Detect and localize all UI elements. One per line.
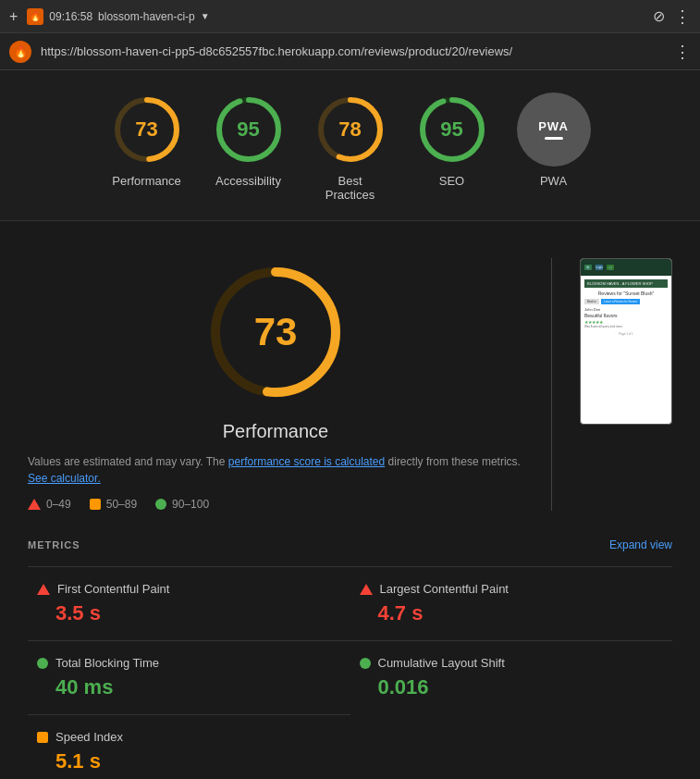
legend-range-green: 90–100 bbox=[172, 498, 209, 511]
legend-orange: 50–89 bbox=[90, 498, 137, 511]
score-label-accessibility: Accessibility bbox=[215, 174, 281, 188]
score-value-seo: 95 bbox=[440, 117, 462, 142]
score-seo[interactable]: 95 SEO bbox=[415, 93, 489, 202]
metric-si: Speed Index 5.1 s bbox=[28, 714, 350, 779]
metric-fcp-header: First Contentful Paint bbox=[37, 582, 341, 596]
site-preview-frame: 🔍 Login 🛒 BLOSSOM HAVEN - A FLOWER SHOP … bbox=[580, 258, 672, 425]
score-accessibility[interactable]: 95 Accessibility bbox=[212, 93, 286, 202]
legend-range-orange: 50–89 bbox=[106, 498, 137, 511]
cls-label: Cumulative Layout Shift bbox=[378, 656, 505, 670]
preview-page: Page 1 of 1 bbox=[584, 332, 668, 336]
big-score-value: 73 bbox=[254, 310, 298, 354]
metric-si-header: Speed Index bbox=[37, 730, 341, 744]
vertical-divider bbox=[551, 258, 552, 511]
performance-preview: 🔍 Login 🛒 BLOSSOM HAVEN - A FLOWER SHOP … bbox=[580, 258, 672, 425]
legend-red: 0–49 bbox=[28, 498, 71, 511]
description-mid: directly from these metrics. bbox=[385, 455, 521, 468]
score-label-seo: SEO bbox=[439, 174, 464, 188]
tab-favicon: 🔥 bbox=[27, 8, 43, 25]
metric-fcp: First Contentful Paint 3.5 s bbox=[28, 566, 350, 640]
description-text: Values are estimated and may vary. The bbox=[28, 455, 228, 468]
metrics-header: METRICS Expand view bbox=[28, 538, 672, 551]
metrics-title: METRICS bbox=[28, 539, 80, 550]
legend-range-red: 0–49 bbox=[46, 498, 71, 511]
score-circle-best-practices: 78 bbox=[313, 93, 387, 167]
preview-body: BLOSSOM HAVEN - A FLOWER SHOP Reviews fo… bbox=[581, 276, 671, 340]
score-value-accessibility: 95 bbox=[237, 117, 259, 142]
lcp-indicator-icon bbox=[360, 584, 373, 595]
performance-left: 73 Performance Values are estimated and … bbox=[28, 258, 523, 511]
score-label-pwa: PWA bbox=[540, 174, 567, 188]
score-circle-accessibility: 95 bbox=[212, 93, 286, 167]
metric-tbt: Total Blocking Time 40 ms bbox=[28, 640, 350, 714]
browser-bar: + 🔥 09:16:58 blossom-haven-ci-p ▼ ⊘ ⋮ bbox=[0, 0, 700, 33]
tbt-value: 40 ms bbox=[37, 675, 341, 699]
performance-section: 73 Performance Values are estimated and … bbox=[18, 240, 682, 529]
pwa-circle: PWA bbox=[517, 93, 591, 167]
cls-indicator-icon bbox=[360, 658, 371, 669]
red-triangle-icon bbox=[28, 499, 41, 510]
tbt-indicator-icon bbox=[37, 658, 48, 669]
site-favicon: 🔥 bbox=[9, 41, 31, 63]
circle-icon: ⊘ bbox=[653, 7, 665, 25]
fcp-indicator-icon bbox=[37, 584, 50, 595]
score-circle-performance: 73 bbox=[110, 93, 184, 167]
preview-review-text: Was flower all query look more. bbox=[584, 326, 668, 329]
main-content: 73 Performance Values are estimated and … bbox=[0, 221, 700, 779]
big-score-circle: 73 bbox=[202, 258, 350, 406]
performance-description: Values are estimated and may vary. The p… bbox=[28, 453, 523, 487]
scores-section: 73 Performance 95 Accessibility 78 BestP… bbox=[0, 70, 700, 221]
metrics-grid: First Contentful Paint 3.5 s Largest Con… bbox=[28, 566, 672, 779]
preview-review-title: Reviews for "Sunset Blush" bbox=[584, 291, 668, 296]
performance-score-link[interactable]: performance score is calculated bbox=[228, 455, 385, 468]
si-label: Speed Index bbox=[55, 730, 123, 744]
green-dot-icon bbox=[155, 499, 166, 510]
preview-login: Login bbox=[596, 265, 603, 270]
metric-tbt-header: Total Blocking Time bbox=[37, 656, 341, 670]
score-value-best-practices: 78 bbox=[338, 117, 361, 142]
browser-menu-icon[interactable]: ⋮ bbox=[674, 6, 691, 27]
preview-review-btn: Leave a Review for Sunset bbox=[601, 299, 640, 304]
tbt-label: Total Blocking Time bbox=[55, 656, 159, 670]
preview-cart: 🛒 bbox=[607, 265, 614, 270]
preview-back-btn: Back to bbox=[584, 299, 599, 304]
pwa-dash-icon bbox=[545, 137, 563, 140]
tab-title: blossom-haven-ci-p bbox=[98, 10, 195, 23]
pwa-label: PWA bbox=[538, 119, 569, 133]
lcp-value: 4.7 s bbox=[360, 601, 664, 625]
score-pwa[interactable]: PWA PWA bbox=[517, 93, 591, 202]
fcp-value: 3.5 s bbox=[37, 601, 341, 625]
address-menu-icon[interactable]: ⋮ bbox=[674, 42, 691, 62]
orange-square-icon bbox=[90, 499, 101, 510]
legend-green: 90–100 bbox=[155, 498, 209, 511]
browser-time: 09:16:58 bbox=[49, 10, 92, 23]
cls-value: 0.016 bbox=[360, 675, 664, 699]
score-label-performance: Performance bbox=[112, 174, 180, 188]
url-text[interactable]: https://blossom-haven-ci-pp5-d8c652557fb… bbox=[41, 44, 665, 58]
expand-view-button[interactable]: Expand view bbox=[609, 538, 672, 551]
calculator-link[interactable]: See calculator. bbox=[28, 472, 101, 485]
preview-search: 🔍 bbox=[584, 265, 592, 270]
score-value-performance: 73 bbox=[135, 117, 157, 142]
browser-controls: + bbox=[9, 8, 18, 25]
metrics-section: METRICS Expand view First Contentful Pai… bbox=[18, 529, 682, 779]
score-label-best-practices: BestPractices bbox=[325, 174, 375, 202]
si-indicator-icon bbox=[37, 732, 48, 743]
tab-dropdown-icon[interactable]: ▼ bbox=[201, 11, 210, 21]
preview-review-subtitle: Beautiful flavors bbox=[584, 313, 668, 318]
metric-lcp-header: Largest Contentful Paint bbox=[360, 582, 664, 596]
performance-title: Performance bbox=[28, 421, 523, 442]
metric-cls: Cumulative Layout Shift 0.016 bbox=[350, 640, 673, 714]
lcp-label: Largest Contentful Paint bbox=[380, 582, 509, 596]
new-tab-icon[interactable]: + bbox=[9, 8, 18, 25]
si-value: 5.1 s bbox=[37, 749, 341, 773]
preview-nav: 🔍 Login 🛒 bbox=[581, 259, 671, 276]
metric-cls-header: Cumulative Layout Shift bbox=[360, 656, 664, 670]
score-legend: 0–49 50–89 90–100 bbox=[28, 498, 523, 511]
metric-lcp: Largest Contentful Paint 4.7 s bbox=[350, 566, 673, 640]
score-best-practices[interactable]: 78 BestPractices bbox=[313, 93, 387, 202]
preview-buttons: Back to Leave a Review for Sunset bbox=[584, 299, 668, 304]
score-performance[interactable]: 73 Performance bbox=[110, 93, 184, 202]
fcp-label: First Contentful Paint bbox=[57, 582, 169, 596]
preview-banner: BLOSSOM HAVEN - A FLOWER SHOP bbox=[584, 279, 668, 288]
